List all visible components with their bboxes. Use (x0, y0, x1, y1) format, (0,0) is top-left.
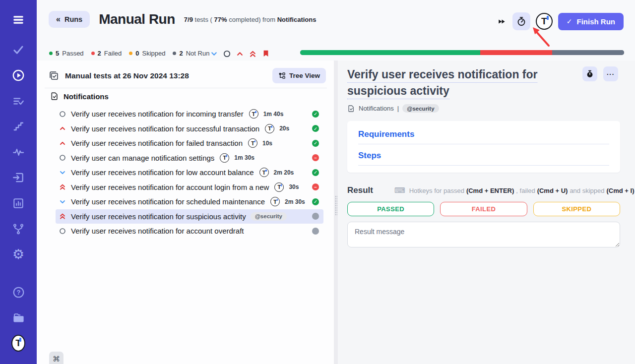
stat-dot (91, 52, 95, 55)
back-label: Runs (64, 15, 82, 23)
detail-timer-button[interactable] (582, 66, 597, 81)
progress-segment-passed (300, 50, 480, 55)
test-status-badge: ✓ (312, 169, 319, 176)
progress-bar (300, 50, 624, 55)
sidebar-item-import[interactable] (11, 171, 25, 184)
test-row[interactable]: Verify user receives notification for ac… (56, 180, 323, 195)
sidebar-logo[interactable]: T (11, 336, 25, 350)
verdict-buttons: PASSED FAILED SKIPPED (347, 202, 620, 216)
branch-icon (12, 223, 25, 236)
test-title: Verify user receives notification for ac… (71, 183, 269, 191)
test-duration: 20s (279, 125, 289, 132)
filter-priority-normal[interactable] (223, 50, 231, 58)
test-duration: 1m 30s (234, 154, 254, 161)
run-title: Manual tests at 26 Nov 2024 13:28 (65, 71, 189, 80)
run-header-row: Manual tests at 26 Nov 2024 13:28 Tree V… (49, 68, 326, 83)
hotkeys-hint: ⌨ Hotkeys for passed (Cmd + ENTER) , fai… (394, 186, 635, 195)
test-row[interactable]: Verify user can manage notification sett… (56, 151, 323, 166)
priority-filters (210, 50, 270, 58)
sidebar-item-help[interactable]: ? (11, 285, 25, 299)
filter-flagged[interactable] (262, 50, 270, 58)
test-title: Verify user can manage notification sett… (71, 154, 214, 162)
status-summary: 5Passed 2Failed 0Skipped 2Not Run (49, 50, 209, 57)
suite-row[interactable]: Notifications (50, 92, 109, 101)
suite-file-icon (50, 92, 59, 101)
breadcrumb-separator: | (397, 105, 399, 112)
sidebar-item-pulse[interactable] (11, 145, 25, 159)
test-row[interactable]: Verify user receives notification for su… (56, 209, 323, 224)
sidebar-item-runs[interactable] (11, 68, 25, 82)
tree-icon (278, 72, 286, 79)
priority-icon (59, 154, 66, 161)
security-tag[interactable]: @security (402, 104, 439, 113)
test-row[interactable]: Verify user receives notification for ac… (56, 224, 323, 239)
suite-name: Notifications (64, 92, 109, 101)
test-status-badge: ✓ (312, 198, 319, 205)
help-circle-icon: ? (12, 286, 25, 299)
sidebar-item-plans[interactable] (11, 94, 25, 108)
suite-file-icon (347, 105, 355, 113)
test-duration: 2m 20s (274, 169, 294, 176)
skipped-button[interactable]: SKIPPED (533, 202, 620, 216)
stat-failed[interactable]: 2Failed (91, 50, 122, 57)
check-icon (12, 43, 25, 56)
testomat-logo-icon: T (11, 335, 25, 352)
tree-view-button[interactable]: Tree View (272, 68, 326, 83)
test-status-badge: ✓ (312, 111, 319, 118)
sidebar-item-projects[interactable] (11, 311, 25, 325)
sidebar-item-steps[interactable] (11, 120, 25, 133)
detail-title: Verify user receives notification for su… (347, 66, 565, 99)
test-row[interactable]: Verify user receives notification for su… (56, 121, 323, 136)
filter-priority-low[interactable] (210, 50, 218, 58)
keyboard-icon: ⌨ (394, 186, 405, 195)
folder-icon (12, 311, 25, 325)
section-requirements[interactable]: Requirements (358, 129, 609, 144)
result-heading: Result (347, 185, 373, 195)
test-row[interactable]: Verify user receives notification for sc… (56, 194, 323, 209)
result-message-input[interactable] (347, 222, 620, 247)
stopwatch-icon (516, 16, 527, 27)
failed-button[interactable]: FAILED (440, 202, 527, 216)
fast-forward-icon[interactable] (498, 18, 506, 25)
more-options-button[interactable]: ··· (603, 66, 618, 81)
stat-skipped[interactable]: 0Skipped (129, 50, 165, 57)
sidebar-item-tests[interactable] (11, 43, 25, 57)
stat-notrun[interactable]: 2Not Run (173, 50, 209, 57)
filter-priority-urgent[interactable] (249, 50, 256, 58)
test-duration: 1m 40s (263, 111, 284, 118)
priority-icon (59, 169, 66, 176)
timer-button[interactable] (512, 12, 530, 30)
breadcrumb: Notifications | @security (347, 104, 620, 113)
back-to-runs-button[interactable]: « Runs (49, 11, 90, 28)
completed-percent: 77% (214, 16, 227, 23)
finish-run-button[interactable]: ✓ Finish Run (558, 13, 624, 30)
testomat-logo-icon: T (265, 124, 274, 133)
sidebar-item-branches[interactable] (11, 222, 25, 236)
passed-button[interactable]: PASSED (347, 202, 434, 216)
test-title: Verify user receives notification for ac… (71, 227, 244, 235)
breadcrumb-suite[interactable]: Notifications (359, 105, 394, 112)
test-title: Verify user receives notification for sc… (71, 197, 265, 206)
run-summary: 7/9 tests ( 77% completed) from Notifica… (184, 16, 317, 23)
detail-title-text[interactable]: Verify user receives notification for su… (347, 68, 537, 99)
filter-priority-high[interactable] (236, 50, 244, 58)
stat-dot (49, 52, 53, 55)
panel-resize-handle[interactable] (334, 61, 338, 364)
section-steps[interactable]: Steps (358, 151, 609, 166)
test-row[interactable]: Verify user receives notification for in… (56, 107, 323, 121)
command-hotkey-button[interactable]: ⌘ (49, 352, 64, 364)
stat-passed[interactable]: 5Passed (49, 50, 84, 57)
user-avatar[interactable]: T (536, 13, 553, 30)
sidebar-item-settings[interactable]: ⚙ (11, 247, 25, 261)
test-row[interactable]: Verify user receives notification for fa… (56, 136, 323, 151)
svg-text:?: ? (16, 289, 20, 296)
test-duration: 30s (289, 183, 299, 190)
priority-icon (59, 228, 66, 235)
test-status-badge: − (312, 154, 319, 161)
menu-button[interactable] (11, 13, 25, 27)
sidebar-item-reports[interactable] (11, 196, 25, 210)
test-row[interactable]: Verify user receives notification for lo… (56, 165, 323, 180)
stopwatch-icon (585, 69, 594, 78)
tests-count: 7/9 (184, 16, 193, 23)
run-tests-panel: Manual tests at 26 Nov 2024 13:28 Tree V… (37, 61, 334, 364)
